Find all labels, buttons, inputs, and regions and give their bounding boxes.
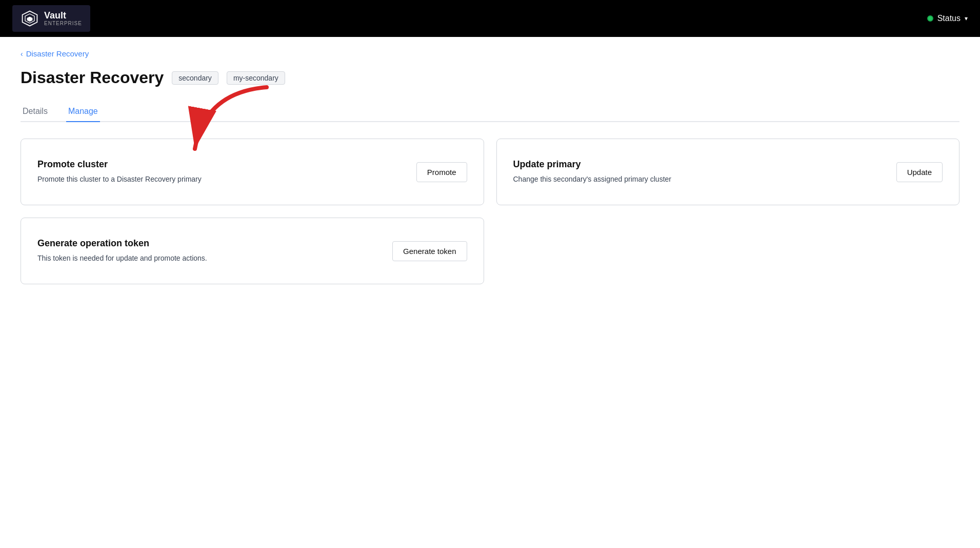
generate-token-title: Generate operation token bbox=[37, 238, 253, 249]
vault-logo-icon bbox=[21, 9, 39, 28]
promote-cluster-card: Promote cluster Promote this cluster to … bbox=[21, 139, 484, 205]
chevron-down-icon: ▾ bbox=[965, 15, 968, 22]
breadcrumb-chevron-icon: ‹ bbox=[21, 50, 23, 58]
vault-name: Vault bbox=[44, 11, 82, 21]
tab-details[interactable]: Details bbox=[21, 102, 50, 122]
promote-button[interactable]: Promote bbox=[416, 162, 467, 182]
page-title: Disaster Recovery bbox=[21, 68, 164, 87]
badge-my-secondary: my-secondary bbox=[227, 71, 285, 85]
breadcrumb-link[interactable]: Disaster Recovery bbox=[26, 49, 89, 58]
tabs-nav: Details Manage bbox=[21, 102, 959, 122]
promote-cluster-description: Promote this cluster to a Disaster Recov… bbox=[37, 174, 253, 185]
generate-token-button[interactable]: Generate token bbox=[392, 241, 467, 261]
top-cards-row: Promote cluster Promote this cluster to … bbox=[21, 139, 959, 205]
tab-manage[interactable]: Manage bbox=[66, 102, 100, 122]
breadcrumb: ‹ Disaster Recovery bbox=[21, 49, 959, 58]
status-label: Status bbox=[937, 14, 961, 23]
badge-secondary: secondary bbox=[172, 71, 218, 85]
vault-sub: ENTERPRISE bbox=[44, 21, 82, 26]
svg-marker-2 bbox=[27, 16, 33, 22]
update-primary-title: Update primary bbox=[513, 159, 729, 170]
generate-token-content: Generate operation token This token is n… bbox=[37, 238, 253, 264]
vault-logo: Vault ENTERPRISE bbox=[12, 5, 90, 32]
generate-token-card: Generate operation token This token is n… bbox=[21, 218, 484, 284]
promote-cluster-content: Promote cluster Promote this cluster to … bbox=[37, 159, 253, 185]
page-title-row: Disaster Recovery secondary my-secondary bbox=[21, 68, 959, 87]
main-content: ‹ Disaster Recovery Disaster Recovery se… bbox=[0, 37, 980, 548]
app-header: Vault ENTERPRISE Status ▾ bbox=[0, 0, 980, 37]
update-primary-description: Change this secondary's assigned primary… bbox=[513, 174, 729, 185]
bottom-cards-row: Generate operation token This token is n… bbox=[21, 218, 959, 284]
status-dropdown[interactable]: Status ▾ bbox=[927, 14, 968, 23]
promote-cluster-title: Promote cluster bbox=[37, 159, 253, 170]
status-indicator bbox=[927, 15, 933, 22]
update-button[interactable]: Update bbox=[896, 162, 943, 182]
update-primary-content: Update primary Change this secondary's a… bbox=[513, 159, 729, 185]
cards-section: Promote cluster Promote this cluster to … bbox=[21, 139, 959, 284]
update-primary-card: Update primary Change this secondary's a… bbox=[496, 139, 960, 205]
generate-token-description: This token is needed for update and prom… bbox=[37, 253, 253, 264]
